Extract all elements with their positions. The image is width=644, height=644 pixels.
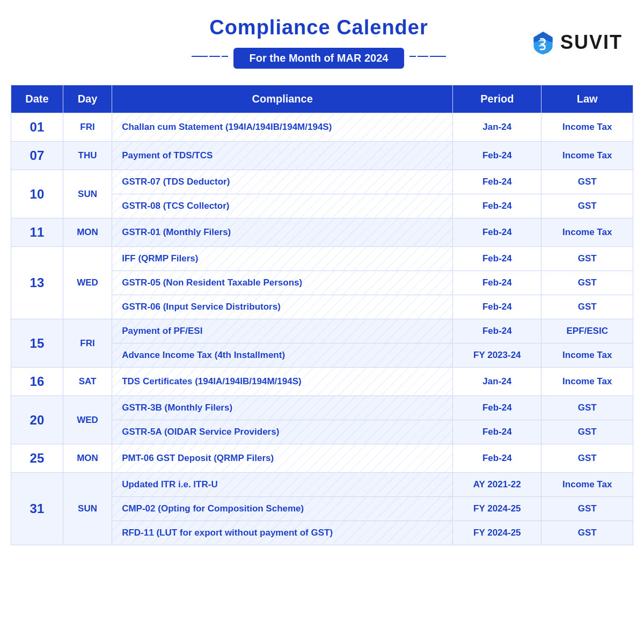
table-row: 31SUNUpdated ITR i.e. ITR-UAY 2021-22Inc… [11, 473, 633, 497]
law-cell: GST [541, 295, 633, 319]
compliance-cell: IFF (QRMP Filers) [112, 247, 453, 271]
compliance-cell: TDS Certificates (194IA/194IB/194M/194S) [112, 368, 453, 396]
table-row: 11MONGSTR-01 (Monthly Filers)Feb-24Incom… [11, 218, 633, 247]
date-cell: 20 [11, 396, 63, 444]
period-cell: FY 2024-25 [453, 521, 541, 545]
period-cell: Feb-24 [453, 247, 541, 271]
period-cell: Feb-24 [453, 396, 541, 420]
compliance-cell: Updated ITR i.e. ITR-U [112, 473, 453, 497]
compliance-cell: GSTR-5A (OIDAR Service Providers) [112, 420, 453, 444]
date-cell: 07 [11, 142, 63, 170]
law-cell: Income Tax [541, 343, 633, 368]
compliance-cell: GSTR-05 (Non Resident Taxable Persons) [112, 271, 453, 295]
day-cell: FRI [63, 113, 112, 142]
compliance-cell: Challan cum Statement (194IA/194IB/194M/… [112, 113, 453, 142]
period-cell: Feb-24 [453, 194, 541, 218]
date-cell: 25 [11, 444, 63, 473]
day-cell: WED [63, 247, 112, 319]
law-cell: Income Tax [541, 473, 633, 497]
title-block: Compliance Calender For the Month of MAR… [107, 16, 530, 69]
day-cell: MON [63, 444, 112, 473]
col-period: Period [453, 85, 541, 113]
compliance-cell: Payment of PF/ESI [112, 319, 453, 343]
date-cell: 16 [11, 368, 63, 396]
law-cell: GST [541, 497, 633, 521]
period-cell: Jan-24 [453, 368, 541, 396]
day-cell: SUN [63, 473, 112, 545]
law-cell: EPF/ESIC [541, 319, 633, 343]
period-cell: Feb-24 [453, 420, 541, 444]
law-cell: Income Tax [541, 142, 633, 170]
date-cell: 01 [11, 113, 63, 142]
compliance-cell: RFD-11 (LUT for export without payment o… [112, 521, 453, 545]
law-cell: GST [541, 247, 633, 271]
period-cell: Feb-24 [453, 295, 541, 319]
law-cell: Income Tax [541, 218, 633, 247]
date-cell: 31 [11, 473, 63, 545]
date-cell: 15 [11, 319, 63, 368]
logo: SUVIT [530, 30, 623, 55]
period-cell: FY 2024-25 [453, 497, 541, 521]
law-cell: Income Tax [541, 113, 633, 142]
period-cell: AY 2021-22 [453, 473, 541, 497]
table-header-row: Date Day Compliance Period Law [11, 85, 633, 113]
period-cell: Feb-24 [453, 319, 541, 343]
law-cell: GST [541, 194, 633, 218]
compliance-cell: GSTR-06 (Input Service Distributors) [112, 295, 453, 319]
compliance-cell: GSTR-3B (Monthly Filers) [112, 396, 453, 420]
page-header: Compliance Calender For the Month of MAR… [11, 11, 633, 79]
table-row: 13WEDIFF (QRMP Filers)Feb-24GST [11, 247, 633, 271]
page-title: Compliance Calender [107, 16, 530, 39]
compliance-table: Date Day Compliance Period Law 01FRIChal… [11, 85, 633, 545]
compliance-cell: GSTR-07 (TDS Deductor) [112, 170, 453, 194]
table-row: 16SATTDS Certificates (194IA/194IB/194M/… [11, 368, 633, 396]
table-row: 01FRIChallan cum Statement (194IA/194IB/… [11, 113, 633, 142]
col-day: Day [63, 85, 112, 113]
day-cell: FRI [63, 319, 112, 368]
compliance-cell: GSTR-08 (TCS Collector) [112, 194, 453, 218]
period-cell: Feb-24 [453, 271, 541, 295]
law-cell: GST [541, 271, 633, 295]
table-row: 15FRIPayment of PF/ESIFeb-24EPF/ESIC [11, 319, 633, 343]
compliance-cell: Advance Income Tax (4th Installment) [112, 343, 453, 368]
day-cell: THU [63, 142, 112, 170]
table-row: 10SUNGSTR-07 (TDS Deductor)Feb-24GST [11, 170, 633, 194]
table-row: 25MONPMT-06 GST Deposit (QRMP Filers)Feb… [11, 444, 633, 473]
period-cell: Feb-24 [453, 170, 541, 194]
day-cell: SAT [63, 368, 112, 396]
table-row: 20WEDGSTR-3B (Monthly Filers)Feb-24GST [11, 396, 633, 420]
day-cell: SUN [63, 170, 112, 218]
law-cell: GST [541, 420, 633, 444]
compliance-cell: Payment of TDS/TCS [112, 142, 453, 170]
period-cell: Feb-24 [453, 142, 541, 170]
right-decorator [409, 56, 446, 57]
compliance-cell: CMP-02 (Opting for Composition Scheme) [112, 497, 453, 521]
month-badge: For the Month of MAR 2024 [233, 48, 405, 69]
law-cell: GST [541, 170, 633, 194]
col-law: Law [541, 85, 633, 113]
period-cell: Jan-24 [453, 113, 541, 142]
period-cell: Feb-24 [453, 444, 541, 473]
suvit-logo-icon [530, 30, 556, 55]
col-date: Date [11, 85, 63, 113]
law-cell: GST [541, 444, 633, 473]
date-cell: 10 [11, 170, 63, 218]
law-cell: Income Tax [541, 368, 633, 396]
compliance-cell: PMT-06 GST Deposit (QRMP Filers) [112, 444, 453, 473]
date-cell: 13 [11, 247, 63, 319]
col-compliance: Compliance [112, 85, 453, 113]
period-cell: FY 2023-24 [453, 343, 541, 368]
table-row: 07THUPayment of TDS/TCSFeb-24Income Tax [11, 142, 633, 170]
date-cell: 11 [11, 218, 63, 247]
compliance-cell: GSTR-01 (Monthly Filers) [112, 218, 453, 247]
period-cell: Feb-24 [453, 218, 541, 247]
day-cell: WED [63, 396, 112, 444]
day-cell: MON [63, 218, 112, 247]
logo-text: SUVIT [560, 31, 623, 54]
law-cell: GST [541, 521, 633, 545]
law-cell: GST [541, 396, 633, 420]
left-decorator [192, 56, 228, 57]
